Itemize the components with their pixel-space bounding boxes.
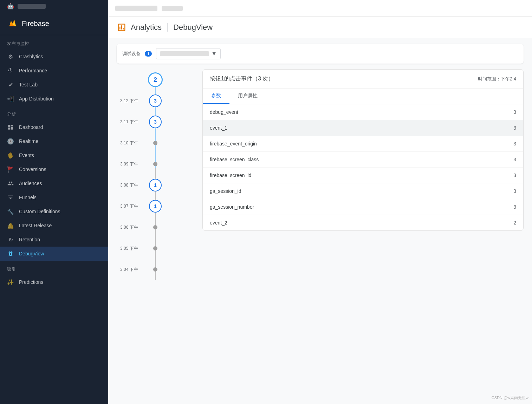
analytics-icon-wrap	[117, 22, 126, 32]
table-row: ga_session_number 3	[203, 199, 523, 215]
timeline-item-310: 3:10 下午	[117, 132, 194, 154]
app-distribution-icon: 📲	[7, 95, 14, 102]
sidebar-item-debugview[interactable]: DebugView	[0, 247, 108, 261]
time-label-307: 3:07 下午	[120, 203, 138, 209]
timeline-item-304: 3:04 下午	[117, 259, 194, 280]
param-val-event2: 2	[513, 220, 516, 226]
param-key-gsn: ga_session_number	[210, 204, 254, 210]
sidebar-item-performance[interactable]: ⏱ Performance	[0, 64, 108, 78]
debug-devices-bar: 调试设备 1 ▼	[117, 44, 524, 64]
param-val-fsid: 3	[513, 172, 516, 178]
crashlytics-icon: ⚙	[7, 53, 14, 60]
machine-learning-label-blurred	[18, 4, 46, 9]
watermark: CSDN @w风雨无阻w	[492, 395, 528, 400]
timeline-node-307: 1	[149, 200, 162, 213]
time-label-304: 3:04 下午	[120, 267, 138, 273]
table-row: firebase_screen_id 3	[203, 168, 523, 183]
sidebar-item-crashlytics[interactable]: ⚙ Crashlytics	[0, 50, 108, 64]
predictions-label: Predictions	[19, 279, 43, 285]
sidebar-item-realtime[interactable]: 🕐 Realtime	[0, 134, 108, 148]
param-val-gsid: 3	[513, 188, 516, 194]
timeline-node-311: 3	[149, 116, 162, 128]
audiences-icon	[7, 180, 14, 187]
performance-icon: ⏱	[7, 67, 14, 74]
sidebar-item-latest-release[interactable]: 🔔 Latest Release	[0, 219, 108, 233]
sidebar-item-funnels[interactable]: Funnels	[0, 190, 108, 204]
conversions-icon: 🚩	[7, 166, 14, 173]
param-key-event2: event_2	[210, 220, 227, 226]
sidebar: 🤖 Firebase 发布与监控 ⚙ Crashlytics ⏱ Perform…	[0, 0, 108, 404]
event-table: debug_event 3 event_1 3 firebase_event_o…	[203, 104, 523, 230]
sidebar-item-custom-definitions[interactable]: 🔧 Custom Definitions	[0, 204, 108, 219]
sidebar-item-audiences[interactable]: Audiences	[0, 176, 108, 190]
custom-definitions-label: Custom Definitions	[19, 209, 60, 214]
param-key-debug-event: debug_event	[210, 109, 238, 115]
event-tabs: 参数 用户属性	[203, 89, 523, 104]
content-area: 调试设备 1 ▼ 2 3:12 下午	[108, 38, 532, 404]
retention-label: Retention	[19, 237, 40, 242]
latest-release-label: Latest Release	[19, 223, 52, 228]
sidebar-item-testlab[interactable]: ✔ Test Lab	[0, 78, 108, 92]
event-time-range: 时间范围：下午2:4	[478, 76, 516, 82]
custom-definitions-icon: 🔧	[7, 208, 14, 215]
timeline-item-top: 2	[117, 69, 194, 90]
tab-params[interactable]: 参数	[203, 89, 229, 104]
table-row: event_1 3	[203, 120, 523, 136]
top-bar-blurred-text	[115, 6, 157, 11]
time-label-305: 3:05 下午	[120, 246, 138, 252]
table-row: debug_event 3	[203, 104, 523, 120]
conversions-label: Conversions	[19, 167, 46, 172]
realtime-label: Realtime	[19, 138, 38, 144]
timeline-node-310	[153, 141, 157, 145]
sidebar-machine-learning-item[interactable]: 🤖	[0, 0, 108, 12]
debugview-label: DebugView	[19, 251, 44, 256]
time-label-309: 3:09 下午	[120, 161, 138, 167]
events-label: Events	[19, 152, 34, 158]
event-panel: 按钮1的点击事件（3 次） 时间范围：下午2:4 参数 用户属性 debug_e…	[202, 69, 524, 231]
dashboard-label: Dashboard	[19, 124, 43, 130]
sidebar-item-retention[interactable]: ↻ Retention	[0, 233, 108, 247]
section-label-engage: 吸引	[0, 261, 108, 275]
param-val-gsn: 3	[513, 204, 516, 210]
timeline-item-306: 3:06 下午	[117, 217, 194, 238]
param-val-debug-event: 3	[513, 109, 516, 115]
timeline-column: 2 3:12 下午 3 3:11 下午 3 3:10 下午	[117, 69, 194, 280]
table-row: firebase_event_origin 3	[203, 136, 523, 152]
timeline-node-308: 1	[149, 179, 162, 191]
audiences-label: Audiences	[19, 181, 42, 186]
predictions-icon: ✨	[7, 279, 14, 286]
machine-learning-icon: 🤖	[7, 3, 14, 9]
app-title: Firebase	[22, 20, 49, 28]
sidebar-item-app-distribution[interactable]: 📲 App Distribution	[0, 92, 108, 106]
timeline-node-312: 3	[149, 95, 162, 107]
tab-user-props[interactable]: 用户属性	[229, 89, 266, 104]
funnels-label: Funnels	[19, 195, 37, 200]
timeline-node-304	[153, 267, 157, 272]
firebase-logo-icon	[7, 18, 18, 29]
sidebar-item-dashboard[interactable]: Dashboard	[0, 120, 108, 134]
retention-icon: ↻	[7, 236, 14, 243]
time-label-311: 3:11 下午	[120, 119, 138, 125]
param-key-fsid: firebase_screen_id	[210, 172, 251, 178]
param-key-fbo: firebase_event_origin	[210, 141, 257, 146]
param-val-event1: 3	[513, 125, 516, 131]
param-key-gsid: ga_session_id	[210, 188, 241, 194]
time-label-308: 3:08 下午	[120, 182, 138, 188]
param-key-fsc: firebase_screen_class	[210, 157, 259, 162]
sidebar-item-conversions[interactable]: 🚩 Conversions	[0, 162, 108, 176]
sidebar-header: Firebase	[0, 12, 108, 35]
time-label-312: 3:12 下午	[120, 98, 138, 104]
device-select[interactable]: ▼	[156, 48, 221, 59]
timeline-item-311: 3:11 下午 3	[117, 111, 194, 132]
funnels-icon	[7, 194, 14, 201]
param-val-fbo: 3	[513, 141, 516, 146]
device-name-blurred	[160, 51, 209, 56]
sidebar-item-predictions[interactable]: ✨ Predictions	[0, 275, 108, 289]
section-label-publish: 发布与监控	[0, 35, 108, 50]
param-val-fsc: 3	[513, 157, 516, 162]
time-label-310: 3:10 下午	[120, 140, 138, 146]
app-distribution-label: App Distribution	[19, 96, 54, 102]
sidebar-item-events[interactable]: 🖐 Events	[0, 148, 108, 162]
page-subtitle: DebugView	[173, 23, 213, 32]
crashlytics-label: Crashlytics	[19, 54, 43, 59]
